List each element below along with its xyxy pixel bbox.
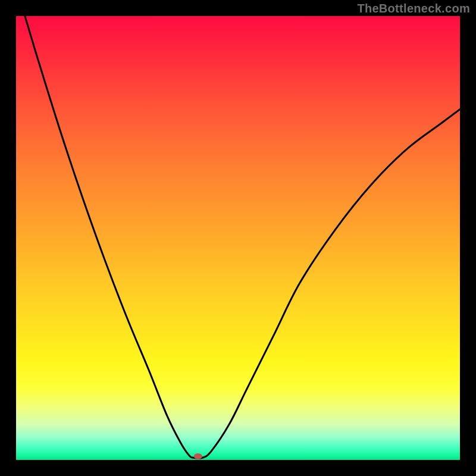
plot-area (16, 16, 460, 460)
optimum-marker (194, 453, 202, 459)
chart-svg (16, 16, 460, 460)
watermark-text: TheBottleneck.com (357, 2, 470, 15)
chart-frame: TheBottleneck.com (0, 0, 476, 476)
bottleneck-curve-path (25, 16, 460, 458)
